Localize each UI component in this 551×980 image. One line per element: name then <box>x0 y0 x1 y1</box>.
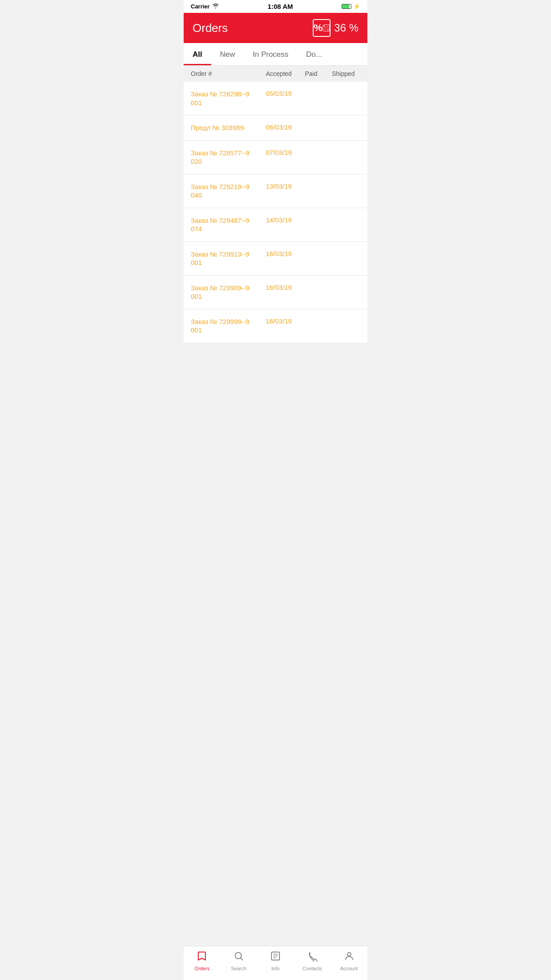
battery-icon <box>342 4 351 9</box>
lightning-icon: ⚡ <box>353 3 360 10</box>
table-row[interactable]: Заказ № 729913--9 001 16/03/19 <box>184 242 367 276</box>
table-row[interactable]: Заказ № 729909--9 001 16/03/19 <box>184 276 367 309</box>
col-paid: Paid <box>299 70 323 77</box>
order-accepted: 14/03/19 <box>262 216 295 233</box>
svg-point-2 <box>324 26 325 27</box>
order-accepted: 16/03/19 <box>262 284 295 301</box>
tab-in-process[interactable]: In Process <box>244 43 297 65</box>
order-shipped <box>327 216 360 233</box>
order-shipped <box>327 149 360 166</box>
order-paid <box>299 90 323 107</box>
order-number: Заказ № 729999--9 001 <box>191 317 258 335</box>
order-accepted: 16/03/19 <box>262 250 295 267</box>
status-left: Carrier <box>191 3 219 10</box>
order-shipped <box>327 182 360 200</box>
order-paid <box>299 182 323 200</box>
order-paid <box>299 216 323 233</box>
table-row[interactable]: Заказ № 728298--9 001 05/03/19 <box>184 82 367 115</box>
order-paid <box>299 317 323 335</box>
order-paid <box>299 149 323 166</box>
order-paid <box>299 284 323 301</box>
wifi-icon <box>212 3 219 10</box>
order-accepted: 13/03/19 <box>262 182 295 200</box>
tab-new[interactable]: New <box>211 43 244 65</box>
order-number: Заказ № 728298--9 001 <box>191 90 258 107</box>
order-shipped <box>327 250 360 267</box>
order-accepted: 06/03/19 <box>262 123 295 132</box>
col-order-num: Order # <box>191 70 258 77</box>
page-title: Orders <box>193 21 228 35</box>
col-accepted: Accepted <box>262 70 295 77</box>
order-accepted: 07/03/19 <box>262 149 295 166</box>
table-row[interactable]: Заказ № 728577--9 020 07/03/19 <box>184 141 367 174</box>
tab-bar: All New In Process Do... <box>184 43 367 66</box>
order-shipped <box>327 123 360 132</box>
order-number: Предл № 303989- <box>191 123 258 132</box>
table-row[interactable]: Заказ № 729487--9 074 14/03/19 <box>184 208 367 242</box>
table-header: Order # Accepted Paid Shipped <box>184 66 367 82</box>
order-number: Заказ № 729487--9 074 <box>191 216 258 233</box>
table-row[interactable]: Заказ № 729219--9 040 13/03/19 <box>184 174 367 208</box>
order-shipped <box>327 317 360 335</box>
table-row[interactable]: Предл № 303989- 06/03/19 <box>184 115 367 141</box>
order-number: Заказ № 729909--9 001 <box>191 284 258 301</box>
order-list: Заказ № 728298--9 001 05/03/19 Предл № 3… <box>184 82 367 343</box>
order-accepted: 05/03/19 <box>262 90 295 107</box>
discount-value: 36 % <box>334 22 358 34</box>
col-shipped: Shipped <box>327 70 360 77</box>
order-shipped <box>327 284 360 301</box>
order-shipped <box>327 90 360 107</box>
percent-tag-icon <box>313 19 331 37</box>
order-number: Заказ № 729219--9 040 <box>191 182 258 200</box>
status-bar: Carrier 1:08 AM ⚡ <box>184 0 367 13</box>
order-number: Заказ № 728577--9 020 <box>191 149 258 166</box>
order-paid <box>299 250 323 267</box>
header: Orders 36 % <box>184 13 367 43</box>
table-row[interactable]: Заказ № 729999--9 001 16/03/19 <box>184 309 367 343</box>
svg-point-3 <box>327 29 328 30</box>
tab-all[interactable]: All <box>184 43 211 65</box>
tab-done[interactable]: Do... <box>297 43 331 65</box>
status-time: 1:08 AM <box>268 3 293 10</box>
order-accepted: 16/03/19 <box>262 317 295 335</box>
order-paid <box>299 123 323 132</box>
discount-section: 36 % <box>313 19 358 37</box>
svg-line-1 <box>324 26 328 30</box>
status-right: ⚡ <box>342 3 360 10</box>
order-number: Заказ № 729913--9 001 <box>191 250 258 267</box>
carrier-label: Carrier <box>191 3 210 10</box>
main-content: Order # Accepted Paid Shipped Заказ № 72… <box>184 66 367 378</box>
